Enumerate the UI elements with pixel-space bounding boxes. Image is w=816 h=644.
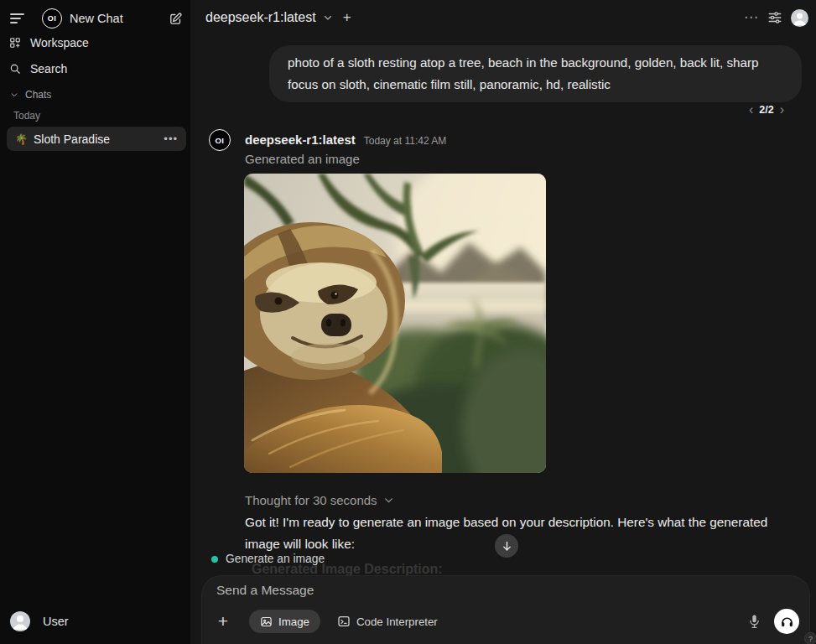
date-group-label: Today (13, 110, 40, 122)
new-chat-label[interactable]: New Chat (70, 12, 123, 25)
sidebar-user-menu[interactable]: User (10, 611, 182, 631)
chat-menu-icon[interactable]: ••• (164, 132, 178, 145)
tool-status-label: Generate an image (226, 553, 325, 565)
thought-label: Thought for 30 seconds (245, 493, 377, 507)
workspace-icon (9, 37, 21, 49)
assistant-model-name: deepseek-r1:latest (245, 132, 356, 147)
terminal-icon (337, 615, 351, 628)
sidebar-item-workspace[interactable]: Workspace (9, 36, 181, 49)
generated-image-caption: Generated an image (245, 152, 360, 166)
model-name[interactable]: deepseek-r1:latest (205, 10, 316, 25)
assistant-message-header: deepseek-r1:latest Today at 11:42 AM (245, 132, 446, 147)
chat-title: Sloth Paradise (34, 132, 164, 146)
voice-call-button[interactable] (774, 609, 799, 634)
user-message-bubble: photo of a sloth resting atop a tree, be… (269, 45, 802, 102)
user-avatar (10, 611, 30, 631)
sidebar-toggle-icon[interactable] (8, 9, 27, 28)
header-actions: ⋯ (744, 8, 808, 28)
user-name: User (43, 615, 69, 628)
chat-options-icon[interactable]: ⋯ (744, 8, 759, 28)
generated-sloth-image[interactable] (244, 174, 546, 473)
prev-variant-icon[interactable]: ‹ (749, 102, 753, 117)
message-timestamp: Today at 11:42 AM (364, 135, 447, 147)
message-composer: Send a Message + Image Code Interpreter (201, 575, 810, 644)
app-logo: OI (42, 8, 62, 29)
chats-section-label: Chats (25, 89, 51, 101)
image-mode-button[interactable]: Image (249, 610, 320, 633)
sidebar-item-search[interactable]: Search (9, 62, 181, 75)
chat-controls-icon[interactable] (767, 10, 782, 25)
chevron-down-icon (383, 495, 394, 506)
tool-call-status[interactable]: Generate an image (211, 553, 325, 565)
workspace-label: Workspace (30, 36, 89, 49)
chevron-down-icon (10, 91, 18, 99)
attach-button[interactable]: + (212, 610, 234, 632)
message-pagination: ‹ 2/2 › (749, 102, 784, 117)
palm-tree-emoji: 🌴 (15, 133, 28, 145)
microphone-icon[interactable] (744, 611, 764, 631)
search-icon (9, 63, 21, 75)
chevron-down-icon (323, 13, 333, 23)
new-chat-icon[interactable] (166, 9, 185, 28)
variant-count: 2/2 (759, 104, 773, 116)
sidebar: OI New Chat Workspace (0, 0, 190, 644)
help-button[interactable]: ? (804, 632, 816, 644)
open-webui-app: OI New Chat Workspace (0, 0, 816, 644)
profile-avatar[interactable] (791, 9, 808, 27)
code-interpreter-button[interactable]: Code Interpreter (337, 610, 438, 633)
status-dot (211, 556, 218, 563)
search-label: Search (30, 62, 67, 75)
thought-toggle[interactable]: Thought for 30 seconds (245, 493, 394, 507)
code-interpreter-label: Code Interpreter (356, 615, 438, 628)
new-model-chat-button[interactable]: + (343, 9, 351, 26)
sidebar-item-chat-sloth-paradise[interactable]: 🌴 Sloth Paradise ••• (7, 127, 186, 151)
model-selector[interactable]: deepseek-r1:latest + (205, 9, 351, 26)
chats-section-toggle[interactable]: Chats (10, 89, 178, 101)
scroll-to-bottom-button[interactable] (495, 534, 518, 558)
message-input[interactable]: Send a Message (216, 583, 314, 598)
headphones-icon (780, 615, 794, 629)
image-mode-label: Image (278, 615, 309, 628)
assistant-avatar: OI (209, 129, 231, 151)
next-variant-icon[interactable]: › (780, 102, 784, 117)
image-icon (260, 615, 273, 628)
